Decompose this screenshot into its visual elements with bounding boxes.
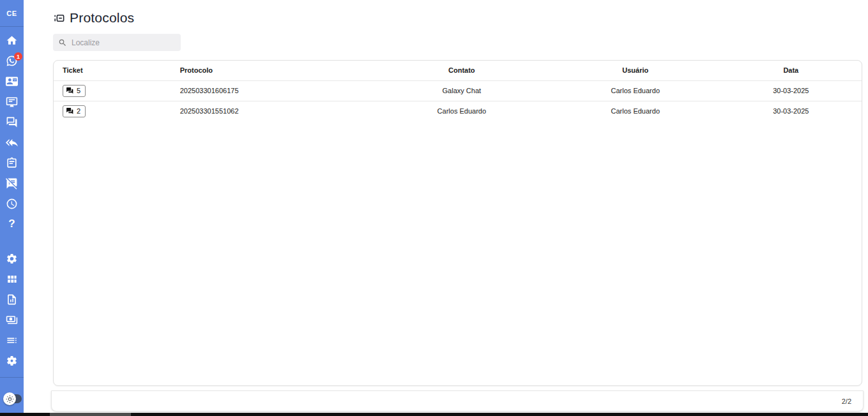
sidebar-item-chats[interactable] <box>0 112 24 132</box>
protocols-icon <box>53 12 65 24</box>
sidebar-item-dashboard[interactable] <box>0 269 24 289</box>
ticket-count: 2 <box>77 107 80 115</box>
cell-contato: Carlos Eduardo <box>373 101 551 121</box>
cell-contato: Galaxy Chat <box>373 80 551 101</box>
pagination-footer: 2/2 <box>51 390 864 412</box>
protocols-table: Ticket Protocolo Contato Usuário Data 5 … <box>54 61 862 121</box>
table-row: 5 202503301606175 Galaxy Chat Carlos Edu… <box>54 80 862 101</box>
chat-icon <box>6 116 18 128</box>
cell-usuario: Carlos Eduardo <box>551 101 720 121</box>
theme-toggle-thumb[interactable] <box>3 392 16 405</box>
main-content: Protocolos Ticket Protocolo Contato Usuá… <box>24 0 868 413</box>
sidebar-nav: 1 ? <box>0 27 24 378</box>
theme-toggle[interactable] <box>4 394 22 403</box>
scrollbar-thumb[interactable] <box>50 413 131 416</box>
column-header-contato: Contato <box>373 61 551 80</box>
column-header-ticket: Ticket <box>54 61 175 80</box>
column-header-protocolo: Protocolo <box>175 61 373 80</box>
reply-all-icon <box>6 137 18 149</box>
table-header-row: Ticket Protocolo Contato Usuário Data <box>54 61 862 80</box>
clipboard-icon <box>6 157 18 169</box>
sidebar-item-connections[interactable] <box>0 91 24 112</box>
sidebar-item-home[interactable] <box>0 30 24 50</box>
cell-protocolo: 202503301551062 <box>175 101 373 121</box>
whatsapp-badge: 1 <box>14 52 22 61</box>
protocols-table-card: Ticket Protocolo Contato Usuário Data 5 … <box>53 60 862 386</box>
chat-bubbles-icon <box>66 87 74 95</box>
search-input[interactable] <box>72 38 176 47</box>
search-box[interactable] <box>53 34 181 51</box>
sidebar-item-admin[interactable] <box>0 350 24 371</box>
cell-usuario: Carlos Eduardo <box>551 80 720 101</box>
column-header-usuario: Usuário <box>551 61 720 80</box>
report-file-icon <box>6 293 18 306</box>
sidebar-item-settings[interactable] <box>0 248 24 269</box>
column-header-data: Data <box>720 61 862 80</box>
sun-icon <box>6 395 14 403</box>
monitor-icon <box>6 96 18 108</box>
sidebar-item-help[interactable]: ? <box>0 214 24 234</box>
search-icon <box>58 38 67 47</box>
open-ticket-button[interactable]: 5 <box>63 85 86 97</box>
cell-protocolo: 202503301606175 <box>175 80 373 101</box>
sidebar-divider <box>0 377 24 378</box>
cell-data: 30-03-2025 <box>720 101 862 121</box>
pagination-label: 2/2 <box>842 397 851 405</box>
grid-icon <box>6 273 18 285</box>
sidebar-item-queues[interactable] <box>0 330 24 350</box>
home-icon <box>6 34 18 47</box>
avatar[interactable]: CE <box>0 0 24 27</box>
clock-icon <box>6 198 18 210</box>
table-row: 2 202503301551062 Carlos Eduardo Carlos … <box>54 101 862 121</box>
horizontal-scrollbar[interactable] <box>0 413 868 416</box>
sidebar-item-whatsapp[interactable]: 1 <box>0 50 24 71</box>
sidebar-item-reports[interactable] <box>0 289 24 309</box>
chat-bubbles-icon <box>66 107 74 115</box>
contacts-icon <box>6 75 18 87</box>
sidebar-item-quick-replies[interactable] <box>0 132 24 152</box>
sidebar: CE 1 <box>0 0 24 413</box>
open-ticket-button[interactable]: 2 <box>63 105 86 117</box>
chat-off-icon <box>6 177 18 189</box>
gear-icon <box>6 253 18 265</box>
sidebar-item-payments[interactable] <box>0 309 24 330</box>
cog-icon <box>6 355 18 367</box>
payments-icon <box>6 314 18 326</box>
help-icon: ? <box>8 218 15 230</box>
sidebar-item-schedule[interactable] <box>0 193 24 214</box>
page-header: Protocolos <box>53 10 134 26</box>
cell-data: 30-03-2025 <box>720 80 862 101</box>
list-icon <box>6 334 18 346</box>
ticket-count: 5 <box>77 87 80 94</box>
page-title: Protocolos <box>70 10 134 26</box>
sidebar-item-contacts[interactable] <box>0 71 24 91</box>
sidebar-item-tasks[interactable] <box>0 152 24 173</box>
sidebar-item-chat-off[interactable] <box>0 173 24 193</box>
